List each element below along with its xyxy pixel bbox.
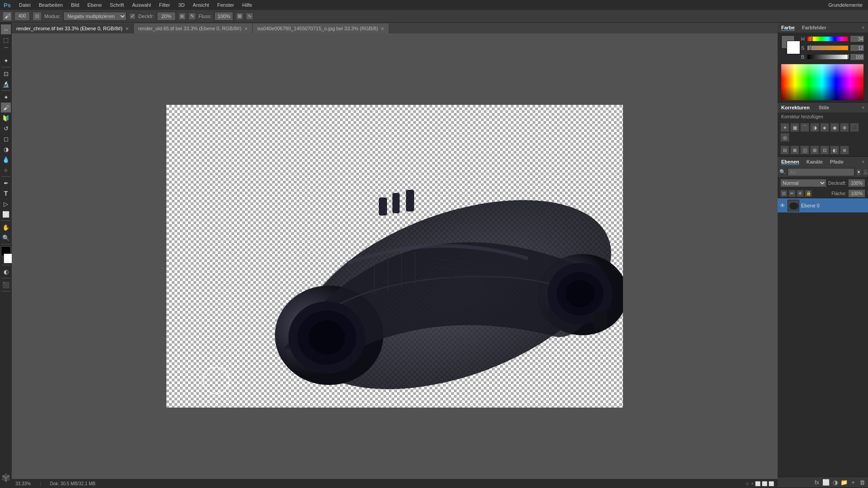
menu-auswahl[interactable]: Auswahl <box>128 1 155 9</box>
layer-opacity-input[interactable] <box>848 179 865 187</box>
brush-size-display[interactable]: 400 <box>14 12 30 21</box>
brush-tool[interactable]: 🖌 <box>1 103 11 113</box>
eraser-tool[interactable]: ◻ <box>1 134 11 144</box>
spot-heal-tool[interactable]: ✦ <box>1 92 11 102</box>
clone-stamp-tool[interactable]: 🔰 <box>1 113 11 123</box>
menu-ebene[interactable]: Ebene <box>84 1 105 9</box>
layer-new-button[interactable]: + <box>849 479 857 487</box>
brightness-slider-track[interactable] <box>807 55 848 59</box>
path-select-tool[interactable]: ▷ <box>1 199 11 209</box>
color-panel-header[interactable]: Farbe Farbfelder ≡ <box>778 23 868 33</box>
lock-position-icon[interactable]: ✛ <box>797 190 804 197</box>
threshold-icon[interactable]: ⊡ <box>820 145 829 155</box>
history-brush-tool[interactable]: ↺ <box>1 123 11 133</box>
corrections-panel-header[interactable]: Korrekturen Stile ≡ <box>778 103 868 113</box>
canvas-area[interactable] <box>12 33 778 479</box>
layer-adjustment-button[interactable]: ◑ <box>831 479 839 487</box>
posterize-icon[interactable]: ⊞ <box>810 145 819 155</box>
layers-search-input[interactable] <box>788 168 854 176</box>
menu-fenster[interactable]: Fenster <box>213 1 237 9</box>
selection-tool[interactable]: ⬚ <box>1 35 11 45</box>
selective-color-icon[interactable]: ⊛ <box>840 145 849 155</box>
background-swatch[interactable] <box>787 41 800 54</box>
flow-pen-icon[interactable]: ✎ <box>189 13 196 20</box>
color-spectrum[interactable] <box>781 64 863 100</box>
hue-sat-icon[interactable]: ◉ <box>830 123 839 132</box>
bw-icon[interactable]: ⬛ <box>850 123 859 132</box>
vibrance-icon[interactable]: ◈ <box>820 123 829 132</box>
menu-filter[interactable]: Filter <box>156 1 174 9</box>
curves-icon[interactable]: ⌒ <box>800 123 809 132</box>
blend-mode-select[interactable]: Negativ multiplizieren <box>63 12 127 21</box>
blur-tool[interactable]: 💧 <box>1 155 11 164</box>
layer-delete-button[interactable]: 🗑 <box>858 479 866 487</box>
text-tool[interactable]: T <box>1 188 11 198</box>
color-panel-collapse[interactable]: ≡ <box>862 26 864 30</box>
tab-2[interactable]: iss040e006780_1455070715_o.jpg bei 33.3%… <box>253 23 389 33</box>
flow-toggle-icon[interactable]: ⊞ <box>236 13 243 20</box>
channels-tab[interactable]: Kanäle <box>807 159 823 164</box>
eyedropper-tool[interactable]: 🔬 <box>1 79 11 89</box>
layer-item-0[interactable]: 👁 Ebene 0 <box>778 198 868 213</box>
color-tab[interactable]: Farbe <box>781 25 795 31</box>
channel-mixer-icon[interactable]: ⊟ <box>780 145 789 155</box>
fill-input[interactable] <box>848 189 865 197</box>
flow-input[interactable] <box>214 12 233 21</box>
tab-close-0[interactable]: ✕ <box>125 26 129 31</box>
levels-icon[interactable]: ▦ <box>790 123 799 132</box>
layer-eye-0[interactable]: 👁 <box>779 202 786 209</box>
invert-icon[interactable]: ◫ <box>800 145 809 155</box>
tab-1[interactable]: render_old.65.tif bei 33.3% (Ebene 0, RG… <box>134 23 253 33</box>
saturation-slider-track[interactable] <box>807 46 848 50</box>
layers-tab[interactable]: Ebenen <box>781 159 799 165</box>
hue-value[interactable] <box>850 35 864 42</box>
layers-filter-icon[interactable]: ▼ <box>856 169 861 176</box>
screen-mode-tool[interactable]: ⬛ <box>1 280 11 290</box>
tab-close-1[interactable]: ✕ <box>244 26 248 31</box>
magic-wand-tool[interactable]: ✦ <box>1 56 11 66</box>
brush-tool-icon[interactable]: 🖌 <box>3 12 12 21</box>
lock-paint-icon[interactable]: ✏ <box>788 190 796 197</box>
layers-options-icon[interactable]: … <box>863 169 868 176</box>
swatches-tab[interactable]: Farbfelder <box>802 25 826 30</box>
exposure-icon[interactable]: ◑ <box>810 123 819 132</box>
shape-tool[interactable]: ⬜ <box>1 209 11 219</box>
corrections-collapse[interactable]: ≡ <box>862 106 864 110</box>
brightness-value[interactable] <box>850 53 864 61</box>
menu-ansicht[interactable]: Ansicht <box>189 1 212 9</box>
pen-tool[interactable]: ✒ <box>1 178 11 188</box>
zoom-tool[interactable]: 🔍 <box>1 233 11 243</box>
quick-mask-tool[interactable]: ◐ <box>1 267 11 277</box>
lasso-tool[interactable]: ⌒ <box>1 45 11 55</box>
layer-blend-select[interactable]: Normal <box>780 179 826 187</box>
tab-close-2[interactable]: ✕ <box>381 26 384 31</box>
dodge-tool[interactable]: ○ <box>1 165 11 175</box>
menu-hilfe[interactable]: Hilfe <box>239 1 256 9</box>
opacity-input[interactable] <box>157 12 176 21</box>
lock-all-icon[interactable]: 🔒 <box>805 190 812 197</box>
crop-tool[interactable]: ⊡ <box>1 69 11 79</box>
photo-filter-icon[interactable]: ◎ <box>780 133 789 142</box>
move-tool[interactable]: ↔ <box>1 24 11 34</box>
menu-3d[interactable]: 3D <box>175 1 188 9</box>
layer-fx-button[interactable]: fx <box>813 479 821 487</box>
layers-collapse[interactable]: ≡ <box>862 160 864 164</box>
menu-schrift[interactable]: Schrift <box>106 1 127 9</box>
lock-transparent-icon[interactable]: ⊡ <box>780 190 788 197</box>
color-balance-icon[interactable]: ⊕ <box>840 123 849 132</box>
color-lookup-icon[interactable]: ⊠ <box>790 145 799 155</box>
airbrush-icon[interactable]: ✓ <box>129 13 136 19</box>
paths-tab[interactable]: Pfade <box>830 159 844 164</box>
hue-slider-track[interactable] <box>807 37 848 41</box>
gradient-tool[interactable]: ◑ <box>1 144 11 154</box>
menu-bearbeiten[interactable]: Bearbeiten <box>35 1 66 9</box>
smoothing-icon[interactable]: ∿ <box>246 13 253 20</box>
tab-0[interactable]: render_chrome.tif bei 33.3% (Ebene 0, RG… <box>12 23 134 33</box>
brush-preset-icon[interactable]: ⊡ <box>33 12 42 21</box>
brightness-contrast-icon[interactable]: ☀ <box>780 123 789 132</box>
menu-datei[interactable]: Datei <box>15 1 34 9</box>
menu-bild[interactable]: Bild <box>67 1 83 9</box>
layer-group-button[interactable]: 📁 <box>840 479 848 487</box>
hand-tool[interactable]: ✋ <box>1 222 11 232</box>
gradient-map-icon[interactable]: ◐ <box>830 145 839 155</box>
